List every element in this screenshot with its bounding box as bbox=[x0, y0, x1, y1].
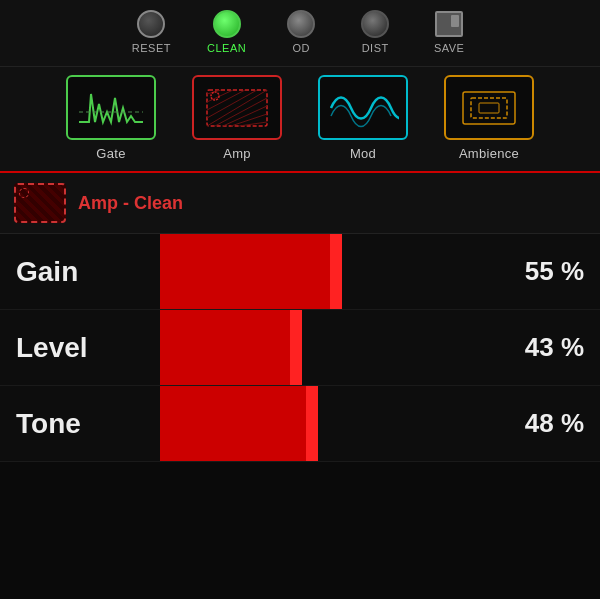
level-bar-track[interactable] bbox=[160, 310, 490, 385]
amp-svg bbox=[201, 84, 273, 132]
preset-name: Amp - Clean bbox=[78, 193, 183, 214]
gain-value: 55 % bbox=[490, 256, 600, 287]
reset-icon bbox=[137, 10, 165, 38]
save-label: SAVE bbox=[434, 42, 465, 54]
dist-label: DIST bbox=[362, 42, 389, 54]
ambience-box bbox=[444, 75, 534, 140]
effect-item-ambience[interactable]: Ambience bbox=[426, 75, 552, 161]
effect-item-mod[interactable]: Mod bbox=[300, 75, 426, 161]
mod-svg bbox=[327, 84, 399, 132]
toolbar-btn-od[interactable]: OD bbox=[264, 6, 338, 58]
svg-line-6 bbox=[207, 90, 267, 126]
param-row-tone[interactable]: Tone 48 % bbox=[0, 386, 600, 462]
param-row-gain[interactable]: Gain 55 % bbox=[0, 234, 600, 310]
preset-header: Amp - Clean bbox=[0, 173, 600, 234]
clean-label: CLEAN bbox=[207, 42, 246, 54]
toolbar-btn-dist[interactable]: DIST bbox=[338, 6, 412, 58]
ambience-label: Ambience bbox=[459, 146, 519, 161]
level-label: Level bbox=[0, 332, 160, 364]
od-icon bbox=[287, 10, 315, 38]
save-icon bbox=[435, 11, 463, 37]
params-section: Gain 55 % Level 43 % Tone 48 % bbox=[0, 234, 600, 462]
gate-label: Gate bbox=[96, 146, 125, 161]
level-value: 43 % bbox=[490, 332, 600, 363]
toolbar-btn-save[interactable]: SAVE bbox=[412, 6, 486, 58]
gain-bar-marker bbox=[330, 234, 342, 309]
level-bar-marker bbox=[290, 310, 302, 385]
bottom-area bbox=[0, 462, 600, 522]
ambience-svg bbox=[453, 84, 525, 132]
tone-label: Tone bbox=[0, 408, 160, 440]
clean-icon bbox=[213, 10, 241, 38]
effect-item-gate[interactable]: Gate bbox=[48, 75, 174, 161]
reset-label: RESET bbox=[132, 42, 171, 54]
param-row-level[interactable]: Level 43 % bbox=[0, 310, 600, 386]
svg-rect-14 bbox=[479, 103, 499, 113]
mod-box bbox=[318, 75, 408, 140]
toolbar: RESET CLEAN OD DIST SAVE bbox=[0, 0, 600, 67]
gain-bar-fill bbox=[160, 234, 330, 309]
reset-icon-wrapper bbox=[132, 10, 170, 38]
dist-icon bbox=[361, 10, 389, 38]
amp-label: Amp bbox=[223, 146, 251, 161]
svg-rect-13 bbox=[471, 98, 507, 118]
dist-icon-wrapper bbox=[356, 10, 394, 38]
preset-icon bbox=[14, 183, 66, 223]
tone-bar-fill bbox=[160, 386, 306, 461]
gate-box bbox=[66, 75, 156, 140]
gain-label: Gain bbox=[0, 256, 160, 288]
tone-bar-marker bbox=[306, 386, 318, 461]
toolbar-btn-clean[interactable]: CLEAN bbox=[189, 6, 264, 58]
tone-value: 48 % bbox=[490, 408, 600, 439]
clean-icon-wrapper bbox=[208, 10, 246, 38]
level-bar-fill bbox=[160, 310, 290, 385]
tone-bar-track[interactable] bbox=[160, 386, 490, 461]
gate-svg bbox=[75, 84, 147, 132]
od-icon-wrapper bbox=[282, 10, 320, 38]
gain-bar-track[interactable] bbox=[160, 234, 490, 309]
effect-item-amp[interactable]: Amp bbox=[174, 75, 300, 161]
amp-box bbox=[192, 75, 282, 140]
save-icon-wrapper bbox=[430, 10, 468, 38]
mod-label: Mod bbox=[350, 146, 376, 161]
toolbar-btn-reset[interactable]: RESET bbox=[114, 6, 189, 58]
od-label: OD bbox=[292, 42, 310, 54]
effects-row: Gate Amp bbox=[0, 67, 600, 173]
